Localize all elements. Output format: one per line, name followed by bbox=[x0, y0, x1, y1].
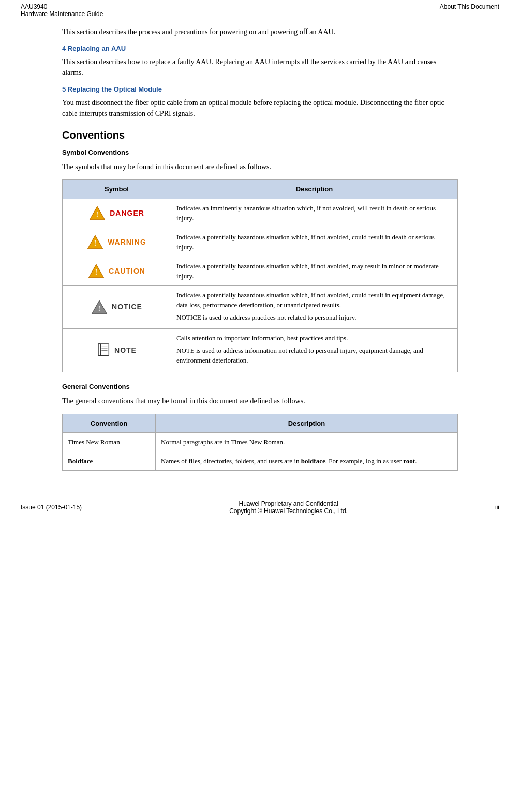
caution-label: CAUTION bbox=[109, 266, 145, 277]
notice-label: NOTICE bbox=[112, 302, 142, 312]
notice-triangle-icon: ! bbox=[91, 299, 108, 315]
note-label: NOTE bbox=[114, 345, 137, 356]
table-row: ! WARNING Indicates a potentially hazard… bbox=[63, 228, 458, 257]
col-symbol: Symbol bbox=[63, 180, 171, 199]
svg-rect-9 bbox=[98, 344, 101, 355]
convention-boldface-desc: Names of files, directories, folders, an… bbox=[156, 452, 458, 471]
convention-times-desc: Normal paragraphs are in Times New Roman… bbox=[156, 433, 458, 452]
page-header: AAU3940 Hardware Maintenance Guide About… bbox=[0, 0, 520, 21]
footer-center-line1: Huawei Proprietary and Confidential bbox=[82, 500, 495, 507]
link-replacing-aau[interactable]: 4 Replacing an AAU bbox=[62, 44, 458, 52]
svg-text:!: ! bbox=[96, 210, 99, 218]
symbol-conventions-title: Symbol Conventions bbox=[62, 148, 458, 156]
replacing-optical-desc: You must disconnect the fiber optic cabl… bbox=[62, 97, 458, 119]
caution-desc: Indicates a potentially hazardous situat… bbox=[171, 257, 458, 285]
footer-left: Issue 01 (2015-01-15) bbox=[21, 504, 82, 511]
note-desc: Calls attention to important information… bbox=[171, 329, 458, 372]
general-intro: The general conventions that may be foun… bbox=[62, 396, 458, 407]
svg-text:!: ! bbox=[98, 304, 101, 312]
table-row: ! NOTICE Indicates a potentially hazardo… bbox=[63, 285, 458, 329]
power-desc: This section describes the process and p… bbox=[62, 26, 458, 37]
footer-center: Huawei Proprietary and Confidential Copy… bbox=[82, 500, 495, 515]
warning-label: WARNING bbox=[108, 237, 146, 248]
conventions-heading: Conventions bbox=[62, 129, 458, 141]
warning-desc: Indicates a potentially hazardous situat… bbox=[171, 228, 458, 257]
col-convention: Convention bbox=[63, 414, 156, 433]
footer-center-line2: Copyright © Huawei Technologies Co., Ltd… bbox=[82, 507, 495, 515]
link-replacing-optical[interactable]: 5 Replacing the Optical Module bbox=[62, 85, 458, 93]
symbol-cell-warning: ! WARNING bbox=[63, 228, 171, 257]
table-row: NOTE Calls attention to important inform… bbox=[63, 329, 458, 372]
header-product: AAU3940 bbox=[21, 3, 103, 10]
table-row: ! DANGER Indicates an imminently hazardo… bbox=[63, 199, 458, 228]
convention-table: Convention Description Times New Roman N… bbox=[62, 414, 458, 471]
symbol-cell-note: NOTE bbox=[63, 329, 171, 372]
main-content: This section describes the process and p… bbox=[0, 21, 520, 486]
table-row: Boldface Names of files, directories, fo… bbox=[63, 452, 458, 471]
replacing-aau-desc: This section describes how to replace a … bbox=[62, 56, 458, 78]
header-right: About This Document bbox=[440, 3, 499, 18]
header-left: AAU3940 Hardware Maintenance Guide bbox=[21, 3, 103, 18]
convention-boldface: Boldface bbox=[63, 452, 156, 471]
page-footer: Issue 01 (2015-01-15) Huawei Proprietary… bbox=[0, 497, 520, 518]
footer-right: iii bbox=[495, 504, 499, 511]
svg-text:!: ! bbox=[94, 239, 97, 247]
svg-rect-8 bbox=[98, 344, 109, 355]
table-row: ! CAUTION Indicates a potentially hazard… bbox=[63, 257, 458, 285]
symbol-cell-danger: ! DANGER bbox=[63, 199, 171, 228]
convention-times: Times New Roman bbox=[63, 433, 156, 452]
danger-label: DANGER bbox=[110, 208, 144, 219]
symbol-intro: The symbols that may be found in this do… bbox=[62, 161, 458, 172]
symbol-cell-caution: ! CAUTION bbox=[63, 257, 171, 285]
danger-desc: Indicates an imminently hazardous situat… bbox=[171, 199, 458, 228]
symbol-cell-notice: ! NOTICE bbox=[63, 285, 171, 329]
notice-desc: Indicates a potentially hazardous situat… bbox=[171, 285, 458, 329]
note-book-icon bbox=[97, 343, 111, 357]
svg-text:!: ! bbox=[95, 268, 98, 276]
general-conventions-title: General Conventions bbox=[62, 383, 458, 390]
symbol-table: Symbol Description ! DANGER Indicates an… bbox=[62, 179, 458, 372]
warning-triangle-icon: ! bbox=[87, 234, 103, 250]
caution-triangle-icon: ! bbox=[88, 263, 105, 279]
danger-triangle-icon: ! bbox=[89, 205, 106, 221]
header-doc-title: Hardware Maintenance Guide bbox=[21, 10, 103, 18]
table-row: Times New Roman Normal paragraphs are in… bbox=[63, 433, 458, 452]
col-desc: Description bbox=[156, 414, 458, 433]
col-description: Description bbox=[171, 180, 458, 199]
